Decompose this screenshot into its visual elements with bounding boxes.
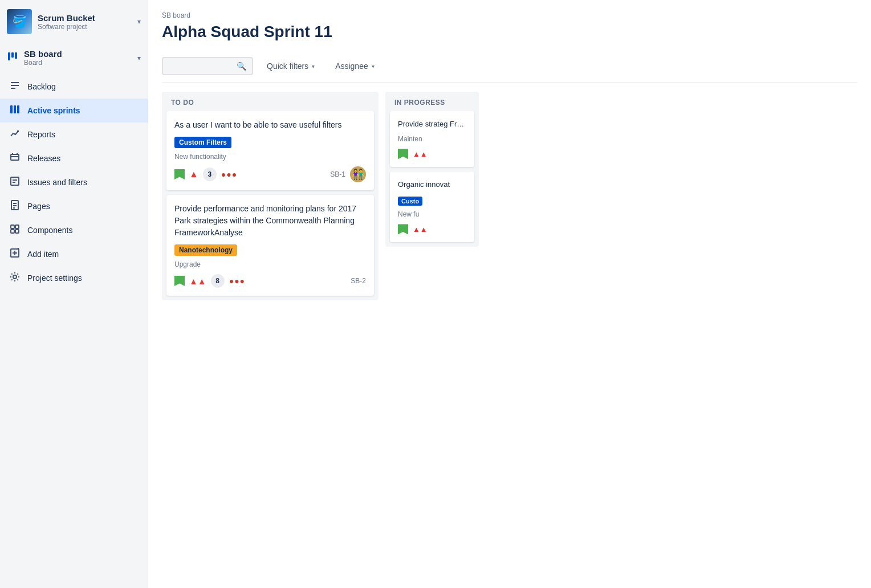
sidebar-label-issues: Issues and filters [27, 178, 87, 187]
assignee-chevron-icon: ▾ [372, 63, 375, 70]
column-in-progress-header: IN PROGRESS [385, 92, 479, 111]
card-sb1-count: 3 [203, 168, 217, 181]
active-sprints-icon [9, 104, 21, 117]
sidebar-item-issues-filters[interactable]: Issues and filters [0, 170, 148, 194]
sidebar: 🪣 Scrum Bucket Software project ▾ SB boa… [0, 0, 148, 588]
card-sb2-id: SB-2 [351, 277, 366, 285]
priority-icon-4: ▲▲ [413, 225, 428, 234]
quick-filters-chevron-icon: ▾ [312, 63, 315, 70]
column-in-progress: IN PROGRESS Provide strateg Framew Maint… [385, 92, 479, 247]
releases-icon [9, 152, 21, 165]
card-inprogress-2-footer: ▲▲ [398, 224, 466, 234]
card-sb1-menu-dots[interactable]: ●●● [221, 170, 237, 179]
settings-icon [9, 272, 21, 284]
svg-rect-20 [11, 225, 14, 228]
card-sb2-menu-dots[interactable]: ●●● [229, 276, 245, 285]
sidebar-item-releases[interactable]: Releases [0, 146, 148, 170]
bookmark-icon-4 [398, 224, 408, 234]
backlog-icon [9, 80, 21, 93]
card-inprogress-2-tag: Custo [398, 197, 422, 206]
sidebar-label-reports: Reports [27, 130, 55, 139]
card-sb1-category: New functionality [174, 153, 366, 161]
board-section[interactable]: SB board Board ▾ [0, 43, 148, 72]
sidebar-item-add-item[interactable]: Add item [0, 242, 148, 266]
sidebar-item-components[interactable]: Components [0, 218, 148, 242]
svg-line-27 [18, 248, 19, 249]
priority-critical-icon: ▲▲ [189, 276, 206, 286]
sidebar-label-add-item: Add item [27, 250, 59, 259]
svg-rect-2 [15, 52, 17, 59]
assignee-button[interactable]: Assignee ▾ [328, 57, 381, 75]
sidebar-item-active-sprints[interactable]: Active sprints [0, 99, 148, 122]
svg-rect-6 [10, 105, 13, 113]
card-inprogress-1[interactable]: Provide strateg Framew Mainten ▲▲ [390, 111, 474, 167]
card-sb1[interactable]: As a user I want to be able to save usef… [166, 111, 374, 190]
card-sb2-count: 8 [211, 274, 225, 288]
card-inprogress-1-category: Mainten [398, 135, 466, 143]
bookmark-icon [174, 169, 185, 179]
card-sb2-title: Provide performance and monitoring plans… [174, 203, 366, 239]
card-sb1-tag: Custom Filters [174, 137, 231, 148]
board-icon [7, 51, 18, 65]
search-input[interactable] [169, 62, 233, 71]
priority-high-icon: ▲ [189, 169, 198, 179]
svg-rect-22 [11, 230, 14, 233]
sidebar-label-releases: Releases [27, 154, 60, 163]
svg-rect-8 [17, 105, 19, 113]
search-icon: 🔍 [237, 62, 246, 71]
board-type: Board [24, 59, 132, 67]
issues-icon [9, 176, 21, 189]
project-subtitle: Software project [38, 23, 132, 31]
bookmark-icon-3 [398, 149, 408, 159]
svg-rect-1 [11, 52, 14, 58]
svg-rect-7 [14, 105, 16, 113]
card-sb2-tag: Nanotechnology [174, 244, 237, 256]
card-inprogress-2[interactable]: Organic innovat Custo New fu ▲▲ [390, 172, 474, 242]
board-name: SB board [24, 49, 132, 59]
project-header[interactable]: 🪣 Scrum Bucket Software project ▾ [0, 0, 148, 43]
svg-rect-0 [8, 52, 10, 60]
card-sb1-id: SB-1 [330, 170, 345, 178]
bookmark-icon-2 [174, 276, 185, 286]
sidebar-label-project-settings: Project settings [27, 273, 82, 283]
main-content: SB board Alpha Squad Sprint 11 🔍 Quick f… [148, 0, 871, 588]
svg-rect-13 [11, 177, 19, 185]
priority-icon-3: ▲▲ [413, 150, 428, 158]
sidebar-label-components: Components [27, 226, 72, 235]
main-header: SB board Alpha Squad Sprint 11 🔍 Quick f… [148, 0, 871, 83]
project-avatar: 🪣 [7, 9, 32, 34]
svg-rect-21 [15, 225, 19, 228]
column-todo: TO DO As a user I want to be able to sav… [162, 92, 378, 300]
breadcrumb: SB board [162, 11, 857, 19]
toolbar: 🔍 Quick filters ▾ Assignee ▾ [162, 50, 857, 83]
sidebar-item-project-settings[interactable]: Project settings [0, 266, 148, 290]
sidebar-item-backlog[interactable]: Backlog [0, 75, 148, 99]
card-sb1-title: As a user I want to be able to save usef… [174, 119, 366, 131]
card-inprogress-2-category: New fu [398, 210, 466, 218]
sidebar-label-active-sprints: Active sprints [27, 106, 80, 115]
pages-icon [9, 200, 21, 213]
quick-filters-button[interactable]: Quick filters ▾ [260, 57, 321, 75]
card-sb2[interactable]: Provide performance and monitoring plans… [166, 195, 374, 296]
card-sb2-category: Upgrade [174, 260, 366, 268]
board-area: TO DO As a user I want to be able to sav… [148, 83, 871, 588]
sidebar-label-pages: Pages [27, 202, 50, 211]
add-item-icon [9, 248, 21, 260]
sidebar-item-reports[interactable]: Reports [0, 122, 148, 146]
svg-rect-23 [15, 230, 19, 233]
project-chevron-icon: ▾ [137, 18, 141, 26]
page-title: Alpha Squad Sprint 11 [162, 23, 857, 41]
reports-icon [9, 128, 21, 141]
card-sb1-footer: ▲ 3 ●●● SB-1 👫 [174, 166, 366, 182]
column-in-progress-cards: Provide strateg Framew Mainten ▲▲ Organi… [385, 111, 479, 247]
sidebar-nav: Backlog Active sprints Reports [0, 72, 148, 292]
card-inprogress-2-title: Organic innovat [398, 179, 466, 190]
sidebar-item-pages[interactable]: Pages [0, 194, 148, 218]
search-box[interactable]: 🔍 [162, 57, 253, 75]
components-icon [9, 224, 21, 236]
card-sb2-footer: ▲▲ 8 ●●● SB-2 [174, 274, 366, 288]
project-name: Scrum Bucket [38, 13, 132, 23]
board-chevron-icon: ▾ [137, 54, 141, 62]
column-todo-cards: As a user I want to be able to save usef… [162, 111, 378, 300]
sidebar-label-backlog: Backlog [27, 82, 56, 91]
